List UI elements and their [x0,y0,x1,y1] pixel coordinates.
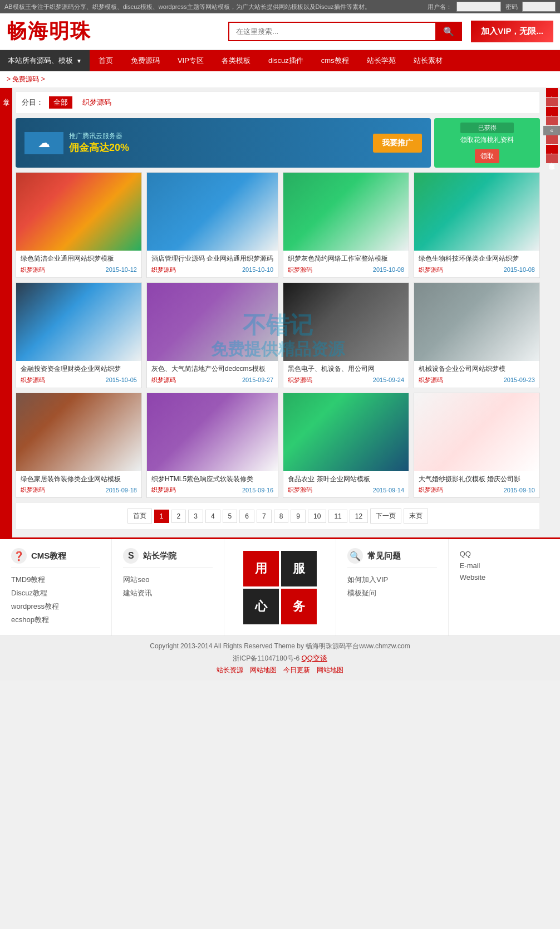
banner-tencent[interactable]: ☁ 推广腾讯云服务器 佣金高达20% 我要推广 [16,118,431,168]
top-bar-right: 用户名： 密码 [428,2,556,12]
filter-row: 分目： 全部 织梦源码 [16,91,540,114]
sidebar-online-5[interactable]: 在线客服 [546,135,558,144]
banner-promote-button[interactable]: 我要推广 [373,134,422,153]
navigation: 本站所有源码、模板 ▼ 首页 免费源码 VIP专区 各类模板 discuz插件 … [0,50,560,71]
search-input[interactable] [228,22,435,41]
footer-link-today[interactable]: 今日更新 [283,666,310,675]
card-thumb-6 [147,283,278,361]
card-info-2: 酒店管理行业源码 企业网站通用织梦源码 织梦源码 2015-10-10 [147,251,278,277]
card-title-11: 食品农业 茶叶企业网站模板 [288,475,404,484]
footer-link-discuz[interactable]: Discuz教程 [11,586,100,600]
footer-link-sitemap2[interactable]: 网站地图 [317,666,343,675]
page-1[interactable]: 1 [154,510,169,523]
card-6[interactable]: 灰色、大气简洁地产公司dedecms模板 织梦源码 2015-09-27 [146,282,278,388]
card-cat-1: 织梦源码 [21,266,45,274]
card-meta-1: 织梦源码 2015-10-12 [21,266,137,274]
search-button[interactable]: 🔍 [435,22,462,41]
sidebar-online-4[interactable]: 在线客服 [546,116,558,125]
page-7[interactable]: 7 [257,510,272,523]
sidebar-online-7[interactable]: 在线客服 [546,154,558,163]
qq-chat-button[interactable]: QQ交谈 [302,653,327,663]
card-title-3: 织梦灰色简约网络工作室整站模板 [288,254,404,263]
banner-right[interactable]: 已获得 领取花海桃礼资料 领取 [434,118,540,168]
card-8[interactable]: 机械设备企业公司网站织梦模 织梦源码 2015-09-23 [414,282,540,388]
card-info-8: 机械设备企业公司网站织梦模 织梦源码 2015-09-23 [414,361,539,388]
username-input[interactable] [456,2,501,12]
copyright: Copyright 2013-2014 All Rights Reserved … [6,642,554,651]
sidebar-online-6[interactable]: 在线客服 [546,145,558,154]
footer-link-jian[interactable]: 建站资讯 [123,586,212,600]
card-4[interactable]: 绿色生物科技环保类企业网站织梦 织梦源码 2015-10-08 [414,172,540,278]
page-3[interactable]: 3 [188,510,203,523]
card-5[interactable]: 金融投资资金理财类企业网站织梦 织梦源码 2015-10-05 [16,282,142,388]
footer-bottom: Copyright 2013-2014 All Rights Reserved … [0,635,560,681]
footer-link-ecshop[interactable]: ecshop教程 [11,613,100,627]
page-10[interactable]: 10 [308,510,326,523]
sidebar-online-2[interactable]: 在线客服 [546,97,558,106]
page-6[interactable]: 6 [239,510,254,523]
vip-button[interactable]: 加入VIP，无限... [471,21,553,42]
nav-item-webmaster-material[interactable]: 站长素材 [405,50,451,71]
page-next[interactable]: 下一页 [370,508,401,524]
sidebar-online-1[interactable]: 在线客服 [546,88,558,97]
nav-item-discuz[interactable]: discuz插件 [259,50,312,71]
footer-link-resources[interactable]: 站长资源 [217,666,243,675]
card-info-12: 大气婚纱摄影礼仪模板 婚庆公司影 织梦源码 2015-09-10 [414,471,539,498]
brand-tile-heart: 心 [243,589,279,624]
page-5[interactable]: 5 [223,510,238,523]
card-9[interactable]: 绿色家居装饰装修类企业网站模板 织梦源码 2015-09-18 [16,393,142,498]
footer: ❓ CMS教程 TMD9教程 Discuz教程 wordpress教程 ecsh… [0,537,560,681]
nav-item-home[interactable]: 首页 [90,50,122,71]
card-date-5: 2015-10-05 [106,377,137,383]
nav-item-cms[interactable]: cms教程 [312,50,358,71]
footer-link-seo[interactable]: 网站seo [123,573,212,586]
breadcrumb-home[interactable]: > 免费源码 > [7,75,45,83]
footer-link-qq[interactable]: QQ [460,548,549,560]
card-1[interactable]: 绿色简洁企业通用网站织梦模板 织梦源码 2015-10-12 [16,172,142,278]
page-12[interactable]: 12 [350,510,368,523]
card-thumb-3 [283,173,409,251]
logo[interactable]: 畅海明珠 [7,18,91,45]
footer-col-academy: S 站长学院 网站seo 建站资讯 [112,539,224,635]
nav-item-free[interactable]: 免费源码 [122,50,169,71]
card-meta-6: 织梦源码 2015-09-27 [151,376,273,384]
page-9[interactable]: 9 [291,510,306,523]
footer-link-vip-join[interactable]: 如何加入VIP [347,573,436,586]
nav-dropdown[interactable]: 本站所有源码、模板 ▼ [0,50,90,71]
card-date-12: 2015-09-10 [504,487,535,493]
nav-item-webmaster-academy[interactable]: 站长学苑 [358,50,405,71]
card-3[interactable]: 织梦灰色简约网络工作室整站模板 织梦源码 2015-10-08 [283,172,409,278]
card-2[interactable]: 酒店管理行业源码 企业网站通用织梦源码 织梦源码 2015-10-10 [146,172,278,278]
page-4[interactable]: 4 [205,510,220,523]
footer-faq-label: 常见问题 [367,551,401,561]
sidebar-online-3[interactable]: 在线客服 [546,107,558,116]
banner-get-button[interactable]: 领取 [475,149,499,163]
page-first[interactable]: 首页 [127,508,152,524]
page-11[interactable]: 11 [328,510,347,523]
card-7[interactable]: 黑色电子、机设备、用公司网 织梦源码 2015-09-24 [283,282,409,388]
page-8[interactable]: 8 [274,510,289,523]
sidebar-arrow[interactable]: « [543,126,560,135]
card-cat-10: 织梦源码 [151,486,176,494]
card-12[interactable]: 大气婚纱摄影礼仪模板 婚庆公司影 织梦源码 2015-09-10 [414,393,540,498]
card-10[interactable]: 织梦HTML5紫色响应式软装装修类 织梦源码 2015-09-16 [146,393,278,498]
footer-cms-label: CMS教程 [31,551,66,561]
footer-link-tmd9[interactable]: TMD9教程 [11,573,100,586]
card-thumb-9 [16,393,141,471]
card-meta-5: 织梦源码 2015-10-05 [21,376,137,384]
footer-link-template-question[interactable]: 模板疑问 [347,586,436,600]
chevron-down-icon: ▼ [76,58,82,64]
card-cat-3: 织梦源码 [288,266,312,274]
password-input[interactable] [522,2,556,12]
page-2[interactable]: 2 [171,510,186,523]
footer-link-email[interactable]: E-mail [460,560,549,571]
filter-tag-dreamweaver[interactable]: 织梦源码 [78,96,116,109]
footer-link-website[interactable]: Website [460,571,549,583]
nav-item-templates[interactable]: 各类模板 [213,50,259,71]
footer-link-sitemap[interactable]: 网站地图 [250,666,277,675]
page-last[interactable]: 末页 [404,508,428,524]
nav-item-vip[interactable]: VIP专区 [169,50,213,71]
footer-link-wordpress[interactable]: wordpress教程 [11,600,100,613]
filter-tag-all[interactable]: 全部 [49,96,72,109]
card-11[interactable]: 食品农业 茶叶企业网站模板 织梦源码 2015-09-14 [283,393,409,498]
